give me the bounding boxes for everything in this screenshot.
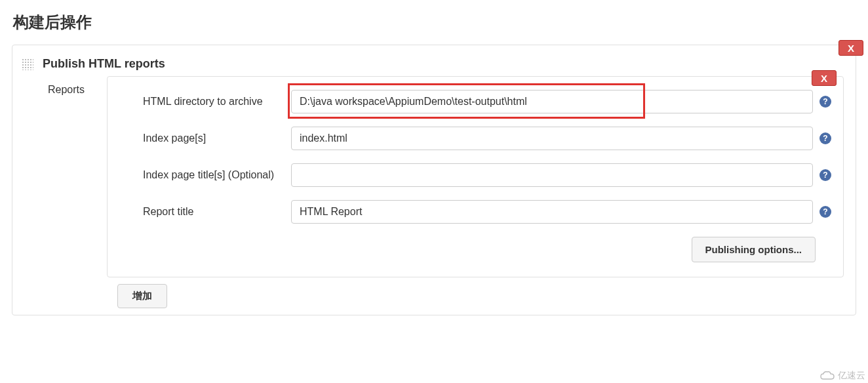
report-config-panel: X HTML directory to archive ? Index page…	[107, 76, 844, 277]
publishing-options-button[interactable]: Publishing options...	[692, 237, 816, 262]
help-icon[interactable]: ?	[819, 206, 831, 218]
index-title-label: Index page title[s] (Optional)	[119, 169, 291, 181]
index-page-row: Index page[s] ?	[108, 120, 843, 157]
html-directory-row: HTML directory to archive ?	[108, 83, 843, 120]
help-icon[interactable]: ?	[819, 169, 831, 181]
help-icon[interactable]: ?	[819, 96, 831, 108]
report-title-input[interactable]	[291, 200, 813, 224]
add-report-row: 增加	[12, 277, 856, 308]
drag-handle-icon[interactable]	[22, 58, 33, 70]
section-heading: 构建后操作	[0, 0, 868, 45]
publish-html-reports-panel: X Publish HTML reports Reports X HTML di…	[12, 45, 856, 315]
reports-label: Reports	[22, 76, 107, 277]
report-title-row: Report title ?	[108, 193, 843, 230]
add-report-button[interactable]: 增加	[117, 284, 167, 308]
delete-report-button[interactable]: X	[812, 70, 837, 86]
delete-publisher-button[interactable]: X	[838, 40, 863, 56]
publisher-header: Publish HTML reports	[12, 45, 856, 76]
index-page-label: Index page[s]	[119, 132, 291, 144]
watermark-text: 亿速云	[838, 370, 865, 382]
index-title-row: Index page title[s] (Optional) ?	[108, 157, 843, 193]
index-page-input[interactable]	[291, 127, 813, 150]
html-directory-input[interactable]	[291, 90, 813, 113]
index-title-input[interactable]	[291, 163, 813, 187]
report-title-label: Report title	[119, 206, 291, 218]
cloud-icon	[819, 371, 835, 381]
publisher-title: Publish HTML reports	[43, 57, 165, 71]
html-directory-label: HTML directory to archive	[119, 96, 291, 108]
publishing-options-row: Publishing options...	[108, 230, 843, 262]
help-icon[interactable]: ?	[819, 132, 831, 144]
watermark: 亿速云	[819, 370, 865, 382]
